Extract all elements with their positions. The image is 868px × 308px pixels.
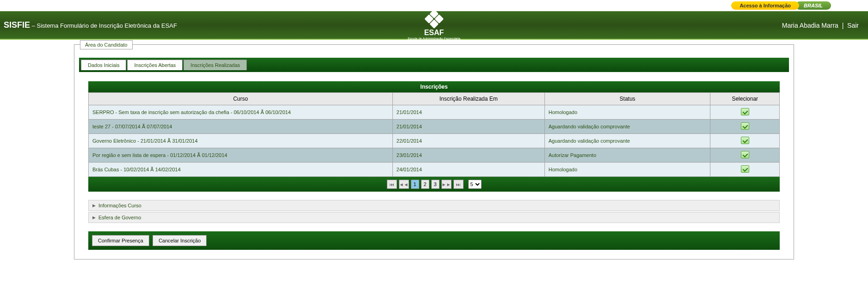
app-subtitle: – Sistema Formulário de Inscrição Eletrô…	[30, 22, 177, 29]
cell-realizada: 22/01/2014	[392, 134, 544, 148]
page-number[interactable]: 2	[421, 180, 429, 189]
brasil-button[interactable]: BRASIL	[795, 1, 831, 10]
col-header-selecionar: Selecionar	[710, 93, 780, 105]
app-title: SISFIE	[4, 20, 30, 30]
page-number[interactable]: 1	[411, 180, 419, 189]
page-number[interactable]: 3	[431, 180, 440, 189]
table-row: teste 27 - 07/07/2014 Ã 07/07/2014 21/01…	[89, 120, 780, 134]
cell-curso: Brás Cubas - 10/02/2014 Ã 14/02/2014	[89, 163, 393, 177]
cell-status: Homologado	[544, 163, 710, 177]
cell-realizada: 21/01/2014	[392, 105, 544, 120]
cancelar-inscricao-button[interactable]: Cancelar Inscrição	[153, 235, 207, 246]
inscricoes-table: Curso Inscrição Realizada Em Status Sele…	[88, 92, 780, 177]
tab-content: Inscrições Curso Inscrição Realizada Em …	[79, 72, 789, 254]
page-last-icon[interactable]: ⏭	[453, 180, 464, 189]
esaf-logo-icon	[426, 11, 442, 27]
select-check-icon[interactable]	[741, 108, 749, 115]
table-row: Brás Cubas - 10/02/2014 Ã 14/02/2014 24/…	[89, 163, 780, 177]
action-bar: Confirmar Presença Cancelar Inscrição	[88, 231, 780, 250]
page-prev-icon[interactable]: ◄◄	[399, 180, 409, 189]
cell-status: Homologado	[544, 105, 710, 120]
cell-status: Aguardando validação comprovante	[544, 120, 710, 134]
select-check-icon[interactable]	[741, 122, 749, 130]
header-user-area: Maria Abadia Marra | Sair	[782, 22, 859, 29]
select-check-icon[interactable]	[741, 137, 749, 144]
cell-realizada: 21/01/2014	[392, 120, 544, 134]
header-logo: ESAF Escola de Administração Fazendária	[408, 11, 460, 40]
table-row: Governo Eletrônico - 21/01/2014 Ã 31/01/…	[89, 134, 780, 148]
header-title: SISFIE – Sistema Formulário de Inscrição…	[0, 20, 177, 30]
chevron-right-icon: ▶	[92, 215, 96, 220]
tab-inscricoes-abertas[interactable]: Inscrições Abertas	[127, 60, 183, 70]
col-header-status: Status	[544, 93, 710, 105]
chevron-right-icon: ▶	[92, 203, 96, 208]
candidate-area-fieldset: Área do Candidato Dados Iniciais Inscriç…	[74, 44, 794, 260]
cell-curso: teste 27 - 07/07/2014 Ã 07/07/2014	[89, 120, 393, 134]
accordion-informacoes-curso[interactable]: ▶ Informações Curso	[88, 200, 780, 211]
cell-curso: SERPRO - Sem taxa de inscrição sem autor…	[89, 105, 393, 120]
accordion: ▶ Informações Curso ▶ Esfera de Governo	[88, 200, 780, 223]
accordion-esfera-governo[interactable]: ▶ Esfera de Governo	[88, 212, 780, 223]
acesso-informacao-button[interactable]: Acesso à Informação	[731, 1, 799, 10]
fieldset-legend: Área do Candidato	[80, 40, 133, 49]
col-header-realizada: Inscrição Realizada Em	[392, 93, 544, 105]
logo-subtext: Escola de Administração Fazendária	[408, 37, 460, 40]
table-row: Por região e sem lista de espera - 01/12…	[89, 148, 780, 163]
table-title: Inscrições	[88, 81, 780, 92]
header-banner: SISFIE – Sistema Formulário de Inscrição…	[0, 11, 868, 40]
tab-bar: Dados Iniciais Inscrições Abertas Inscri…	[81, 60, 789, 70]
confirmar-presenca-button[interactable]: Confirmar Presença	[92, 235, 149, 246]
select-check-icon[interactable]	[741, 165, 749, 173]
tab-dados-iniciais[interactable]: Dados Iniciais	[81, 60, 126, 70]
cell-status: Autorizar Pagamento	[544, 148, 710, 163]
select-check-icon[interactable]	[741, 151, 749, 158]
page-first-icon[interactable]: ⏮	[387, 180, 397, 189]
cell-curso: Por região e sem lista de espera - 01/12…	[89, 148, 393, 163]
logo-text: ESAF	[424, 29, 444, 36]
cell-curso: Governo Eletrônico - 21/01/2014 Ã 31/01/…	[89, 134, 393, 148]
logout-link[interactable]: Sair	[847, 22, 859, 29]
accordion-label: Informações Curso	[98, 203, 141, 208]
paginator: ⏮ ◄◄ 1 2 3 ►► ⏭ 5	[88, 177, 780, 192]
tab-inscricoes-realizadas[interactable]: Inscrições Realizadas	[183, 60, 247, 70]
col-header-curso: Curso	[89, 93, 393, 105]
cell-status: Aguardando validação comprovante	[544, 134, 710, 148]
user-name-label: Maria Abadia Marra	[782, 22, 838, 29]
page-size-select[interactable]: 5	[468, 180, 482, 189]
cell-realizada: 24/01/2014	[392, 163, 544, 177]
page-next-icon[interactable]: ►►	[441, 180, 452, 189]
table-row: SERPRO - Sem taxa de inscrição sem autor…	[89, 105, 780, 120]
cell-realizada: 23/01/2014	[392, 148, 544, 163]
accordion-label: Esfera de Governo	[98, 215, 141, 220]
